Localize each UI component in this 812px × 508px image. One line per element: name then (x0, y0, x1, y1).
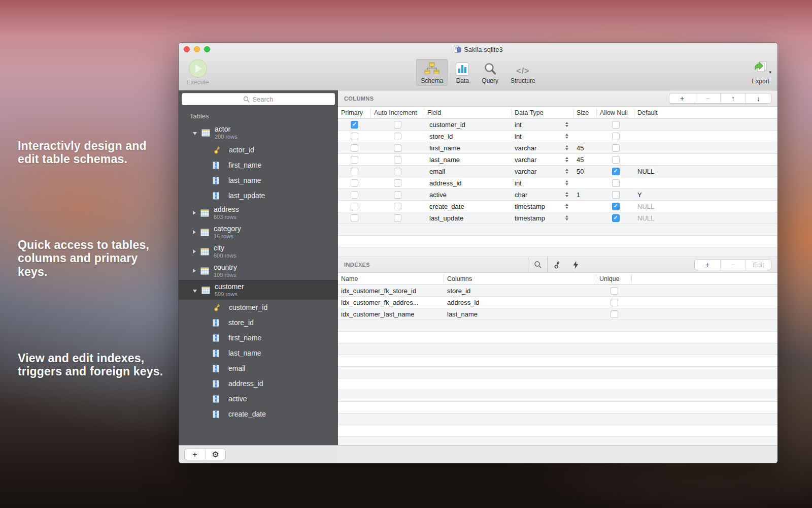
primary-checkbox[interactable] (351, 121, 358, 129)
disclosure-triangle-icon[interactable] (193, 249, 196, 253)
allow-null-checkbox[interactable] (612, 121, 620, 129)
data-type-stepper[interactable] (565, 215, 570, 220)
size-cell[interactable]: 1 (573, 189, 597, 200)
primary-checkbox[interactable] (351, 191, 358, 199)
primary-checkbox[interactable] (351, 214, 358, 222)
column-row[interactable]: address_id int (338, 177, 777, 189)
data-type-cell[interactable]: varchar (512, 166, 573, 177)
default-cell[interactable]: NULL (634, 201, 777, 212)
index-columns-cell[interactable]: last_name (444, 308, 596, 320)
field-name-cell[interactable]: active (424, 189, 512, 200)
sidebar-table-item[interactable]: city 600 rows (179, 242, 338, 261)
column-row[interactable]: first_name varchar 45 (338, 142, 777, 154)
tab-structure[interactable]: </> Structure (506, 59, 540, 86)
sidebar-column-item[interactable]: first_name (179, 330, 338, 345)
size-cell[interactable] (573, 177, 597, 188)
data-type-stepper[interactable] (565, 169, 570, 174)
search-input[interactable]: Search (182, 93, 335, 105)
size-cell[interactable]: 45 (573, 154, 597, 165)
size-cell[interactable]: 45 (573, 142, 597, 153)
data-type-cell[interactable]: varchar (512, 154, 573, 165)
auto-increment-checkbox[interactable] (394, 179, 401, 187)
size-cell[interactable] (573, 201, 597, 212)
column-row[interactable]: create_date timestamp NULL (338, 201, 777, 212)
column-row[interactable]: last_name varchar 45 (338, 154, 777, 166)
auto-increment-checkbox[interactable] (394, 133, 401, 140)
header-data-type[interactable]: Data Type (512, 108, 573, 117)
size-cell[interactable] (573, 131, 597, 142)
remove-column-button[interactable]: − (695, 93, 720, 103)
remove-index-button[interactable]: − (720, 260, 746, 270)
default-cell[interactable]: NULL (634, 166, 777, 177)
sidebar-table-item[interactable]: country 109 rows (179, 261, 338, 280)
indexes-search-tool[interactable] (528, 257, 547, 272)
header-index-unique[interactable]: Unique (596, 274, 632, 283)
allow-null-checkbox[interactable] (612, 191, 620, 199)
allow-null-checkbox[interactable] (612, 133, 620, 140)
primary-checkbox[interactable] (351, 168, 358, 175)
size-cell[interactable]: 50 (573, 166, 597, 177)
add-column-button[interactable]: + (669, 93, 695, 103)
sidebar-column-item[interactable]: last_update (179, 188, 338, 203)
actions-gear-button[interactable]: ⚙ (205, 449, 225, 460)
field-name-cell[interactable]: first_name (424, 142, 512, 153)
index-row[interactable]: idx_customer_fk_store_id store_id (338, 285, 777, 297)
header-allow-null[interactable]: Allow Null (597, 108, 634, 117)
auto-increment-checkbox[interactable] (394, 191, 401, 199)
default-cell[interactable]: NULL (634, 212, 777, 224)
data-type-stepper[interactable] (565, 192, 570, 197)
move-column-up-button[interactable]: ↑ (720, 93, 746, 103)
column-row[interactable]: email varchar 50 NULL (338, 166, 777, 177)
field-name-cell[interactable]: last_update (424, 212, 512, 224)
column-row[interactable]: store_id int (338, 131, 777, 142)
field-name-cell[interactable]: store_id (424, 131, 512, 142)
default-cell[interactable] (634, 119, 777, 130)
header-index-name[interactable]: Name (338, 274, 444, 283)
unique-checkbox[interactable] (611, 310, 618, 318)
auto-increment-checkbox[interactable] (394, 203, 401, 210)
index-row[interactable]: idx_customer_fk_addres... address_id (338, 297, 777, 308)
sidebar-column-item[interactable]: store_id (179, 315, 338, 330)
data-type-stepper[interactable] (565, 157, 570, 162)
sidebar-column-item[interactable]: email (179, 361, 338, 376)
titlebar[interactable]: Sakila.sqlite3 (179, 43, 777, 56)
data-type-stepper[interactable] (565, 134, 570, 139)
sidebar-table-item[interactable]: customer 599 rows (179, 280, 338, 300)
disclosure-triangle-icon[interactable] (193, 230, 196, 234)
header-field[interactable]: Field (424, 108, 512, 117)
unique-checkbox[interactable] (611, 299, 618, 306)
header-primary[interactable]: Primary (338, 108, 371, 117)
sidebar-column-item[interactable]: create_date (179, 406, 338, 422)
tab-schema[interactable]: Schema (416, 59, 448, 86)
allow-null-checkbox[interactable] (612, 214, 620, 222)
disclosure-triangle-icon[interactable] (193, 269, 196, 273)
foreign-keys-tool[interactable] (548, 257, 566, 272)
unique-checkbox[interactable] (611, 287, 618, 295)
header-default[interactable]: Default (634, 108, 777, 117)
allow-null-checkbox[interactable] (612, 203, 620, 210)
disclosure-triangle-icon[interactable] (193, 211, 196, 215)
field-name-cell[interactable]: email (424, 166, 512, 177)
auto-increment-checkbox[interactable] (394, 214, 401, 222)
auto-increment-checkbox[interactable] (394, 168, 401, 175)
default-cell[interactable] (634, 142, 777, 153)
move-column-down-button[interactable]: ↓ (746, 93, 771, 103)
default-cell[interactable] (634, 177, 777, 188)
add-table-button[interactable]: + (185, 449, 205, 460)
primary-checkbox[interactable] (351, 203, 358, 210)
default-cell[interactable] (634, 154, 777, 165)
column-row[interactable]: active char 1 Y (338, 189, 777, 201)
default-cell[interactable]: Y (634, 189, 777, 200)
auto-increment-checkbox[interactable] (394, 156, 401, 164)
primary-checkbox[interactable] (351, 156, 358, 164)
data-type-cell[interactable]: varchar (512, 142, 573, 153)
data-type-stepper[interactable] (565, 122, 570, 127)
data-type-stepper[interactable] (565, 180, 570, 185)
allow-null-checkbox[interactable] (612, 179, 620, 187)
sidebar-table-item[interactable]: address 603 rows (179, 203, 338, 223)
primary-checkbox[interactable] (351, 133, 358, 140)
size-cell[interactable] (573, 119, 597, 130)
data-type-cell[interactable]: int (512, 131, 573, 142)
index-columns-cell[interactable]: store_id (444, 285, 596, 296)
auto-increment-checkbox[interactable] (394, 121, 401, 129)
